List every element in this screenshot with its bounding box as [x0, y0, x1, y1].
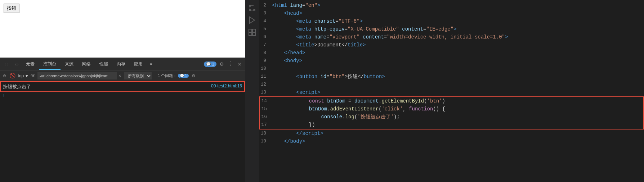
svg-point-0	[249, 5, 251, 6]
svg-rect-5	[249, 29, 252, 32]
code-line: 14 const btnDom = document.getElementByI…	[260, 97, 643, 105]
svg-rect-7	[249, 33, 252, 36]
prompt-chevron: ›	[2, 93, 5, 98]
code-line: 16 console.log('按钮被点击了');	[260, 113, 643, 121]
tab-sources[interactable]: 来源	[61, 59, 78, 69]
editor-section: 2<html lang="en">3 <head>4 <meta charset…	[245, 0, 644, 182]
issues-badge: 💬 1	[178, 74, 189, 78]
code-line: 10	[259, 65, 644, 73]
tab-console[interactable]: 控制台	[39, 59, 61, 70]
console-toolbar: ⊘ 🚫 top ▼ 👁 ✕ 所有级别 1 个问题： 💬 1	[0, 70, 245, 81]
code-line: 6 <meta name="viewport" content="width=d…	[259, 33, 644, 41]
more-tabs-button[interactable]: »	[147, 59, 155, 69]
more-options-icon[interactable]: ⋮	[225, 60, 236, 68]
svg-point-4	[249, 22, 250, 23]
console-log-entry: 按钮被点击了 00-test2.html:16	[0, 81, 245, 92]
extensions-icon[interactable]	[248, 28, 256, 37]
code-line: 18 </script>	[259, 129, 644, 137]
svg-rect-8	[252, 33, 255, 36]
settings-icon[interactable]: ⚙	[218, 60, 226, 68]
code-lines: 2<html lang="en">3 <head>4 <meta charset…	[259, 1, 644, 145]
run-icon[interactable]	[248, 16, 256, 24]
tab-elements[interactable]: 元素	[22, 59, 39, 69]
issues-settings-icon[interactable]: ⚙	[191, 73, 196, 79]
code-line: 15 btnDom.addEventListener('click', func…	[260, 105, 643, 113]
console-log-message: 按钮被点击了	[3, 83, 211, 90]
issue-icon: 💬	[180, 74, 184, 78]
close-icon[interactable]: ✕	[236, 60, 243, 68]
live-expression-icon[interactable]: 👁	[30, 73, 37, 79]
svg-marker-3	[250, 17, 255, 23]
svg-rect-6	[252, 29, 255, 32]
tab-application[interactable]: 应用	[130, 59, 147, 69]
svg-point-1	[254, 9, 255, 11]
context-dropdown-icon: ▼	[24, 73, 29, 78]
filter-input[interactable]	[37, 72, 117, 79]
tab-performance[interactable]: 性能	[95, 59, 112, 69]
devtools-panel: ⬚ ▭ 元素 控制台 来源 网络 性能 内存 应用 » 💬 1 ⚙ ⋮ ✕	[0, 58, 245, 182]
issues-text: 1 个问题：	[158, 73, 177, 78]
code-line: 19 </body>	[259, 137, 644, 145]
code-line: 8 </head>	[259, 49, 644, 57]
highlight-box: 14 const btnDom = document.getElementByI…	[259, 96, 644, 129]
tab-memory[interactable]: 内存	[112, 59, 130, 69]
console-output: 按钮被点击了 00-test2.html:16 ›	[0, 81, 245, 182]
console-log-source[interactable]: 00-test2.html:16	[211, 83, 242, 88]
editor-sidebar	[245, 0, 259, 182]
code-line: 12	[259, 81, 644, 88]
device-icon[interactable]: ▭	[12, 58, 22, 70]
code-line: 7 <title>Document</title>	[259, 41, 644, 49]
app-layout: 按钮 ⬚ ▭ 元素 控制台 来源 网络 性能 内存 应用 » 💬 1	[0, 0, 644, 182]
demo-button[interactable]: 按钮	[4, 4, 19, 13]
code-line: 11 <button id="btn">按钮</button>	[259, 73, 644, 81]
inspect-icon[interactable]: ⬚	[1, 58, 12, 70]
issues-count: 1	[185, 74, 187, 78]
clear-filter-icon[interactable]: ✕	[117, 73, 122, 78]
browser-page: 按钮	[0, 0, 245, 58]
block-icon[interactable]: 🚫	[8, 73, 17, 79]
console-prompt[interactable]: ›	[0, 92, 245, 99]
badge-count: 1	[212, 62, 214, 66]
top-label: top	[18, 73, 24, 78]
clear-console-icon[interactable]: ⊘	[1, 73, 7, 79]
code-line: 2<html lang="en">	[259, 1, 644, 9]
code-line: 13 <script>	[259, 88, 644, 96]
context-selector[interactable]: top ▼	[18, 73, 29, 78]
message-icon: 💬	[206, 62, 211, 67]
tab-network[interactable]: 网络	[78, 59, 95, 69]
browser-devtools-panel: 按钮 ⬚ ▭ 元素 控制台 来源 网络 性能 内存 应用 » 💬 1	[0, 0, 245, 182]
messages-badge[interactable]: 💬 1	[204, 62, 216, 67]
code-line: 3 <head>	[259, 9, 644, 17]
code-line: 17 })	[260, 121, 643, 129]
code-editor: 2<html lang="en">3 <head>4 <meta charset…	[259, 0, 644, 182]
code-line: 4 <meta charset="UTF-8">	[259, 17, 644, 25]
code-line: 5 <meta http-equiv="X-UA-Compatible" con…	[259, 25, 644, 33]
devtools-tab-bar: ⬚ ▭ 元素 控制台 来源 网络 性能 内存 应用 » 💬 1 ⚙ ⋮ ✕	[0, 58, 245, 70]
toolbar-divider	[154, 73, 154, 79]
code-line: 9 <body>	[259, 57, 644, 65]
log-level-select[interactable]: 所有级别	[124, 72, 152, 79]
issues-indicator[interactable]: 1 个问题： 💬 1	[158, 73, 189, 78]
git-icon[interactable]	[248, 4, 256, 12]
